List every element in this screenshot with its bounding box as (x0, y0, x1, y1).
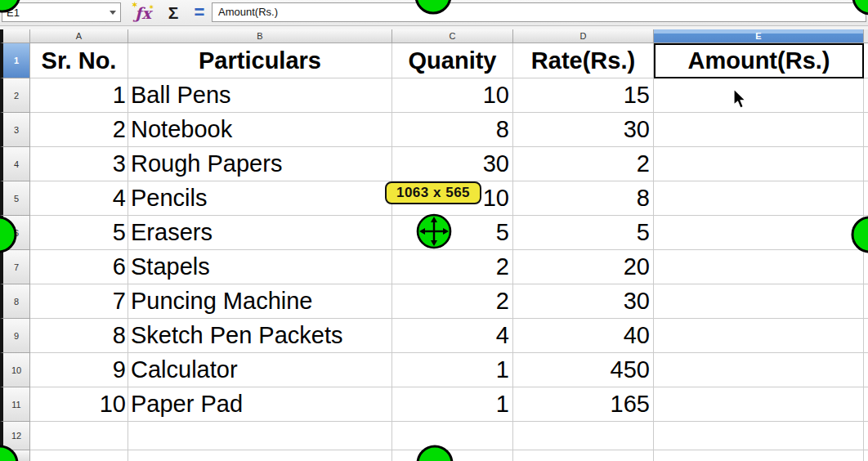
cell-A9[interactable]: 8 (30, 319, 128, 353)
cell-sliver (864, 113, 868, 147)
sheet-row-9: 98Sketch Pen Packets440 (0, 319, 868, 353)
cell-B10[interactable]: Calculator (128, 353, 392, 387)
cell-B13[interactable] (128, 450, 392, 461)
cell-D11[interactable]: 165 (513, 387, 654, 422)
cell-D7[interactable]: 20 (513, 250, 654, 284)
cell-A11[interactable]: 10 (30, 387, 128, 422)
row-header-5[interactable]: 5 (0, 181, 30, 216)
cell-A3[interactable]: 2 (30, 113, 128, 147)
cell-E6[interactable] (654, 216, 864, 250)
row-header-8[interactable]: 8 (0, 284, 30, 319)
cell-C4[interactable]: 30 (392, 147, 513, 181)
cell-E13[interactable] (654, 450, 864, 461)
cell-E4[interactable] (654, 147, 864, 181)
cell-E1[interactable]: Amount(Rs.) (654, 43, 864, 78)
cell-A13[interactable] (30, 450, 128, 461)
cell-D3[interactable]: 30 (513, 113, 654, 147)
cell-D13[interactable] (513, 450, 654, 461)
cell-sliver (864, 43, 868, 78)
row-header-2[interactable]: 2 (0, 78, 30, 113)
cell-sliver (864, 450, 868, 461)
cell-C7[interactable]: 2 (392, 250, 513, 284)
cell-B2[interactable]: Ball Pens (128, 78, 392, 113)
cell-D10[interactable]: 450 (513, 353, 654, 387)
cell-B4[interactable]: Rough Papers (128, 147, 392, 181)
cell-A6[interactable]: 5 (30, 216, 128, 250)
cell-sliver (864, 422, 868, 450)
cell-E11[interactable] (654, 387, 864, 422)
cell-A1[interactable]: Sr. No. (30, 43, 128, 78)
cell-D5[interactable]: 8 (513, 181, 654, 216)
cell-C10[interactable]: 1 (392, 353, 513, 387)
cell-B3[interactable]: Notebook (128, 113, 392, 147)
column-header-A[interactable]: A (30, 29, 128, 43)
cell-D4[interactable]: 2 (513, 147, 654, 181)
sheet-row-10: 109Calculator1450 (0, 353, 868, 387)
cell-A2[interactable]: 1 (30, 78, 128, 113)
cell-B12[interactable] (128, 422, 392, 450)
cell-D6[interactable]: 5 (513, 216, 654, 250)
cell-C6[interactable]: 5 (392, 216, 513, 250)
cell-A8[interactable]: 7 (30, 284, 128, 319)
row-header-3[interactable]: 3 (0, 113, 30, 147)
cell-E12[interactable] (654, 422, 864, 450)
cell-E2[interactable] (654, 78, 864, 113)
cell-E7[interactable] (654, 250, 864, 284)
column-header-C[interactable]: C (392, 29, 513, 43)
sheet-row-8: 87Puncing Machine230 (0, 284, 868, 319)
cell-E10[interactable] (654, 353, 864, 387)
select-all-corner[interactable] (0, 29, 30, 43)
cell-C12[interactable] (392, 422, 513, 450)
cell-A5[interactable]: 4 (30, 181, 128, 216)
cell-C8[interactable]: 2 (392, 284, 513, 319)
move-handle-icon[interactable] (415, 213, 453, 253)
sum-icon[interactable]: Σ (162, 2, 185, 23)
cell-A7[interactable]: 6 (30, 250, 128, 284)
cell-B9[interactable]: Sketch Pen Packets (128, 319, 392, 353)
row-header-7[interactable]: 7 (0, 250, 30, 284)
row-header-10[interactable]: 10 (0, 353, 30, 387)
cell-C1[interactable]: Quanity (392, 43, 513, 78)
row-header-11[interactable]: 11 (0, 387, 30, 422)
cell-C9[interactable]: 4 (392, 319, 513, 353)
cell-E9[interactable] (654, 319, 864, 353)
cell-C2[interactable]: 10 (392, 78, 513, 113)
cell-C3[interactable]: 8 (392, 113, 513, 147)
cell-E3[interactable] (654, 113, 864, 147)
cell-B8[interactable]: Puncing Machine (128, 284, 392, 319)
cell-C11[interactable]: 1 (392, 387, 513, 422)
cell-B11[interactable]: Paper Pad (128, 387, 392, 422)
row-header-1[interactable]: 1 (0, 43, 30, 78)
name-box-dropdown-icon[interactable] (105, 3, 120, 21)
column-header-D[interactable]: D (513, 29, 654, 43)
cell-D12[interactable] (513, 422, 654, 450)
cell-sliver (864, 250, 868, 284)
cell-D1[interactable]: Rate(Rs.) (513, 43, 654, 78)
cell-E5[interactable] (654, 181, 864, 216)
cell-B7[interactable]: Stapels (128, 250, 392, 284)
cell-A4[interactable]: 3 (30, 147, 128, 181)
cell-sliver (864, 387, 868, 422)
equals-icon[interactable]: = (189, 2, 210, 23)
sheet-row-4: 43Rough Papers302 (0, 147, 868, 181)
cell-B5[interactable]: Pencils (128, 181, 392, 216)
column-header-E[interactable]: E (654, 29, 864, 43)
formula-input[interactable]: Amount(Rs.) (212, 2, 866, 22)
cell-D8[interactable]: 30 (513, 284, 654, 319)
cell-D2[interactable]: 15 (513, 78, 654, 113)
cell-sliver (864, 284, 868, 319)
function-wizard-icon[interactable]: ƒx (131, 2, 155, 23)
cell-B6[interactable]: Erasers (128, 216, 392, 250)
row-header-4[interactable]: 4 (0, 147, 30, 181)
cell-B1[interactable]: Particulars (128, 43, 392, 78)
cell-E8[interactable] (654, 284, 864, 319)
row-header-9[interactable]: 9 (0, 319, 30, 353)
sheet-row-11: 1110Paper Pad1165 (0, 387, 868, 422)
cell-sliver (864, 78, 868, 113)
cell-A10[interactable]: 9 (30, 353, 128, 387)
cell-A12[interactable] (30, 422, 128, 450)
column-header-B[interactable]: B (128, 29, 392, 43)
cell-D9[interactable]: 40 (513, 319, 654, 353)
sheet-row-3: 32Notebook830 (0, 113, 868, 147)
name-box[interactable]: E1 (2, 2, 121, 22)
